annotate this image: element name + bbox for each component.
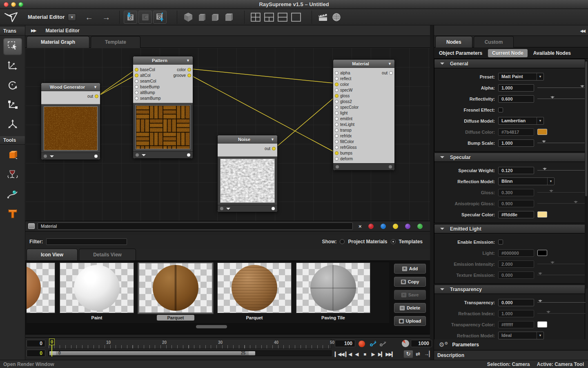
slider-thumb[interactable]	[543, 168, 547, 172]
input-port-altBump[interactable]: altBump	[135, 90, 155, 95]
pivot-tool[interactable]	[3, 117, 22, 134]
color-tag-dot-3[interactable]	[405, 224, 410, 229]
param-slider[interactable]	[537, 272, 586, 278]
subtab-available-nodes[interactable]: Available Nodes	[533, 50, 571, 56]
param-number-field[interactable]: 2.000	[498, 260, 534, 268]
color-tag-dot-1[interactable]	[381, 224, 386, 229]
input-port-bumps[interactable]: bumps	[335, 151, 352, 155]
param-slider[interactable]	[537, 140, 586, 146]
material-item-ca[interactable]: ca	[27, 263, 55, 323]
radio-project-materials[interactable]	[340, 239, 345, 244]
param-color-value[interactable]: #000000	[498, 249, 534, 257]
play-button[interactable]: ▶	[369, 350, 376, 358]
layout-three-icon[interactable]	[262, 11, 276, 24]
input-port-transp[interactable]: transp	[335, 128, 352, 132]
slider-thumb[interactable]	[549, 190, 553, 194]
collapse-panel-icon[interactable]: ◀◀	[580, 29, 585, 33]
render-clapper-icon[interactable]	[316, 11, 330, 24]
input-port-altCol[interactable]: altCol	[135, 73, 151, 78]
layout-single-icon[interactable]	[289, 11, 303, 24]
node-header[interactable]: Noise▼	[218, 135, 277, 144]
slider-thumb[interactable]	[546, 311, 550, 315]
frame-field[interactable]: 0	[27, 340, 45, 347]
param-color-value[interactable]: #ffffff	[498, 321, 534, 328]
status-left-text[interactable]: Open Render Window	[3, 361, 54, 367]
total-frames-field[interactable]: 1000	[411, 340, 432, 347]
cube-persp-icon[interactable]	[181, 11, 195, 24]
open-disabled-icon[interactable]	[138, 11, 152, 24]
publish-globe-icon[interactable]	[330, 11, 343, 24]
param-slider[interactable]	[537, 201, 586, 206]
param-number-field[interactable]: 1.000	[498, 310, 534, 317]
section-header[interactable]: General	[434, 59, 585, 68]
play-to-end-icon[interactable]: →▏	[424, 351, 433, 357]
param-number-field[interactable]: 0.000	[498, 272, 534, 279]
timeline-ruler[interactable]: 01020304050	[48, 339, 332, 349]
color-tag-dot-2[interactable]	[393, 224, 398, 229]
close-icon[interactable]: ×	[359, 223, 362, 229]
param-number-field[interactable]: 0.900	[498, 200, 534, 207]
footer-expand-icon[interactable]	[50, 155, 54, 159]
input-port-filtColor[interactable]: filtColor	[335, 139, 354, 144]
copy-button[interactable]: ⧉Copy	[394, 277, 426, 287]
output-port-out[interactable]: out	[265, 146, 276, 151]
upload-button[interactable]: ◉Upload	[394, 316, 426, 326]
chevron-down-icon[interactable]: ▼	[94, 85, 97, 89]
input-port-gloss2[interactable]: gloss2	[335, 99, 352, 104]
param-number-field[interactable]: 1.000	[498, 84, 534, 92]
material-name-input[interactable]: Material	[38, 222, 353, 230]
node-pattern[interactable]: Pattern▼baseColcoloraltColgrooveseamColb…	[133, 56, 193, 159]
param-slider[interactable]	[537, 96, 586, 101]
param-slider[interactable]	[537, 85, 586, 90]
add-keyframe-icon[interactable]: +	[369, 341, 376, 347]
section-header[interactable]: Emitted Light	[434, 224, 585, 233]
step-back-button[interactable]: ◀	[353, 350, 360, 358]
section-collapse-icon[interactable]	[440, 63, 444, 67]
node-header[interactable]: Material▼	[333, 60, 394, 68]
radio-templates[interactable]	[391, 239, 396, 244]
back-arrow-icon[interactable]: ←	[85, 13, 93, 21]
tab-icon-view[interactable]: Icon View	[27, 249, 78, 260]
box-tool[interactable]	[3, 147, 22, 164]
slider-thumb[interactable]	[580, 85, 584, 90]
param-select[interactable]: Lambertian▼	[498, 117, 544, 125]
param-select[interactable]: Matt Paint▼	[498, 73, 544, 81]
color-tag-dot-0[interactable]	[368, 224, 374, 229]
path-tool[interactable]	[3, 186, 22, 204]
param-color-value[interactable]: #7b4817	[498, 128, 534, 136]
output-port-color[interactable]: color	[177, 67, 191, 72]
param-slider[interactable]	[537, 311, 586, 316]
node-wood-generator[interactable]: Wood Generator▼out	[41, 83, 100, 160]
remove-keyframe-icon[interactable]: −	[379, 341, 386, 347]
output-port-groove[interactable]: groove	[173, 72, 191, 78]
pingpong-playback-icon[interactable]: ⇄	[416, 351, 420, 357]
output-port-out[interactable]: out	[382, 70, 393, 76]
save-import-icon[interactable]	[124, 11, 137, 24]
chevron-down-icon[interactable]: ▼	[186, 58, 190, 63]
input-port-color[interactable]: color	[335, 82, 349, 87]
cube-front-icon[interactable]	[195, 11, 208, 24]
save-add-icon[interactable]	[153, 11, 167, 24]
section-collapse-icon[interactable]	[440, 288, 444, 292]
input-port-baseBump[interactable]: baseBump	[135, 85, 160, 89]
footer-expand-icon[interactable]	[142, 154, 146, 158]
input-port-light[interactable]: light	[335, 111, 347, 115]
chevron-down-icon[interactable]: ▼	[388, 62, 392, 66]
section-header[interactable]: Specular	[434, 153, 585, 162]
param-slider[interactable]	[537, 190, 586, 195]
output-port-out[interactable]: out	[87, 93, 98, 99]
next-keyframe-button[interactable]: ▶▎	[377, 350, 385, 358]
delete-button[interactable]: −Delete	[394, 303, 426, 313]
footer-dot-left[interactable]	[136, 153, 139, 157]
param-color-swatch[interactable]	[537, 129, 547, 135]
input-port-refrIdx[interactable]: refrIdx	[335, 134, 352, 138]
footer-dot-left[interactable]	[336, 165, 339, 168]
param-slider[interactable]	[537, 261, 586, 267]
param-slider[interactable]	[537, 300, 586, 305]
subtab-object-parameters[interactable]: Object Parameters	[439, 50, 482, 56]
input-port-baseCol[interactable]: baseCol	[135, 67, 155, 72]
section-collapse-icon[interactable]	[440, 156, 444, 160]
input-port-specColor[interactable]: specColor	[335, 105, 359, 110]
loop-playback-button[interactable]: ↻	[403, 350, 413, 358]
material-tool[interactable]	[3, 167, 22, 184]
